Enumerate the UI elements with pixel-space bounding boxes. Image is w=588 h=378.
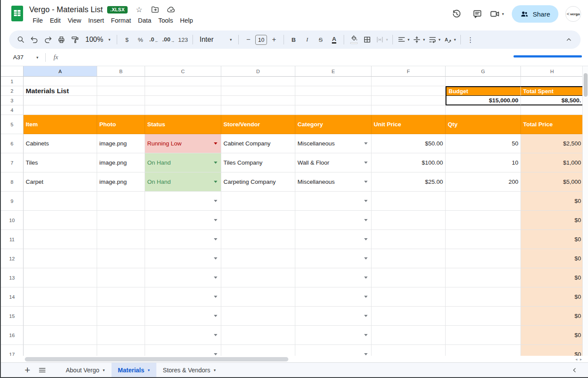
scroll-right-icon[interactable]: ▸ [580,357,582,361]
cell-B5[interactable]: Photo [97,115,145,134]
cell-A12[interactable] [24,249,97,268]
row-header-8[interactable]: 8 [1,172,24,192]
cell-H13[interactable]: $0 [521,268,583,287]
cell-G7[interactable]: 10 [446,153,521,172]
dropdown-arrow-icon[interactable] [214,219,217,221]
cell-G8[interactable]: 200 [446,172,521,192]
cell-A3[interactable] [24,96,97,105]
add-sheet-icon[interactable]: + [20,363,35,378]
cell-F3[interactable] [372,96,446,105]
cell-C7[interactable]: On Hand [145,153,221,172]
cell-C8[interactable]: On Hand [145,172,221,192]
sheet-tab-materials[interactable]: Materials▾ [112,363,156,377]
cell-B14[interactable] [97,287,145,307]
menu-item-tools[interactable]: Tools [155,16,176,25]
cell-E17[interactable] [295,345,372,356]
cell-A10[interactable] [24,211,97,230]
cell-A11[interactable] [24,230,97,249]
scroll-left-icon[interactable]: ◂ [575,357,578,361]
dropdown-arrow-icon[interactable] [214,315,217,317]
column-header-A[interactable]: A [24,66,97,77]
cell-D14[interactable] [221,287,295,307]
cell-E4[interactable] [295,105,372,115]
cell-D13[interactable] [221,268,295,287]
format-percent-button[interactable]: % [134,33,147,46]
cell-D15[interactable] [221,307,295,326]
cell-D17[interactable] [221,345,295,356]
dropdown-arrow-icon[interactable] [214,200,217,202]
cell-C4[interactable] [145,105,221,115]
cell-E14[interactable] [295,287,372,307]
row-header-6[interactable]: 6 [1,134,24,153]
increase-decimal-button[interactable]: .00→ [161,33,176,46]
menu-item-insert[interactable]: Insert [85,16,108,25]
format-currency-button[interactable]: $ [120,33,133,46]
dropdown-arrow-icon[interactable] [364,238,368,240]
dropdown-arrow-icon[interactable] [214,142,217,145]
cell-B1[interactable] [97,77,145,86]
cell-G9[interactable] [446,192,521,211]
cell-G4[interactable] [446,105,521,115]
vertical-scrollbar[interactable] [582,66,588,356]
dropdown-arrow-icon[interactable] [214,257,217,260]
cell-H16[interactable]: $0 [521,326,583,345]
cell-A16[interactable] [24,326,97,345]
cell-H9[interactable]: $0 [521,192,583,211]
cell-E7[interactable]: Wall & Floor [295,153,372,172]
cell-C13[interactable] [145,268,221,287]
dropdown-arrow-icon[interactable] [364,257,368,260]
dropdown-arrow-icon[interactable] [364,200,368,202]
dropdown-arrow-icon[interactable] [364,181,368,183]
bold-icon[interactable]: B [287,33,300,46]
cell-C11[interactable] [145,230,221,249]
cell-A8[interactable]: Carpet [24,172,97,192]
cell-D11[interactable] [221,230,295,249]
decrease-font-size-button[interactable]: − [242,33,255,46]
cell-H4[interactable] [521,105,583,115]
cell-G2[interactable]: Budget [446,86,521,96]
cell-B7[interactable]: image.png [97,153,145,172]
column-header-H[interactable]: H [521,66,583,77]
cell-B9[interactable] [97,192,145,211]
text-color-icon[interactable]: A [328,33,341,46]
cell-F4[interactable] [372,105,446,115]
menu-item-format[interactable]: Format [108,16,135,25]
cell-G13[interactable] [446,268,521,287]
cell-C16[interactable] [145,326,221,345]
row-header-4[interactable]: 4 [1,105,24,115]
cell-H5[interactable]: Total Price [521,115,583,134]
formula-input[interactable] [58,49,588,66]
cell-F2[interactable] [372,86,446,96]
cell-H3[interactable]: $8,500. [521,96,583,105]
star-icon[interactable]: ☆ [134,5,144,14]
cell-F5[interactable]: Unit Price [372,115,446,134]
cell-B12[interactable] [97,249,145,268]
cell-D4[interactable] [221,105,295,115]
cell-H6[interactable]: $2,500 [521,134,583,153]
menu-item-file[interactable]: File [29,16,46,25]
cell-D5[interactable]: Store/Vendor [221,115,295,134]
cell-B3[interactable] [97,96,145,105]
cell-E16[interactable] [295,326,372,345]
cell-D8[interactable]: Carpeting Company [221,172,295,192]
cell-H2[interactable]: Total Spent [521,86,583,96]
cell-G6[interactable]: 50 [446,134,521,153]
row-header-14[interactable]: 14 [1,287,24,307]
share-button[interactable]: Share [512,5,558,23]
collapse-toolbar-icon[interactable] [562,33,575,46]
dropdown-arrow-icon[interactable] [214,277,217,279]
cell-B8[interactable]: image.png [97,172,145,192]
row-header-3[interactable]: 3 [1,96,24,105]
cell-D10[interactable] [221,211,295,230]
cell-A2[interactable]: Materials List [24,86,97,96]
horizontal-scrollbar-thumb[interactable] [25,357,288,361]
cell-G11[interactable] [446,230,521,249]
row-header-17[interactable]: 17 [1,345,24,356]
cell-D6[interactable]: Cabinet Company [221,134,295,153]
cell-G5[interactable]: Qty [446,115,521,134]
more-options-icon[interactable]: ⋮ [464,33,477,46]
dropdown-arrow-icon[interactable] [214,181,217,183]
column-header-B[interactable]: B [97,66,145,77]
menu-item-help[interactable]: Help [176,16,196,25]
cell-B17[interactable] [97,345,145,356]
